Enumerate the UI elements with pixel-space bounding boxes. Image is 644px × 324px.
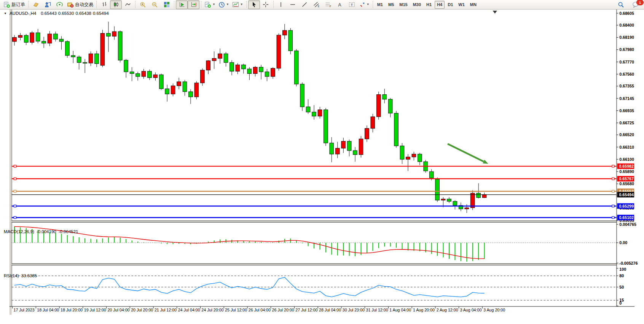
svg-text:100: 100 (619, 267, 626, 272)
channel-button[interactable]: E (311, 0, 322, 9)
svg-text:3 Aug 04:00: 3 Aug 04:00 (460, 308, 481, 312)
hline-price-label: 0.65299 (619, 204, 634, 208)
svg-text:80: 80 (619, 273, 624, 278)
svg-text:0.67560: 0.67560 (619, 72, 634, 76)
svg-text:26 Jul 04:00: 26 Jul 04:00 (249, 308, 271, 312)
signal-icon (56, 2, 63, 8)
candlestick-icon (113, 2, 119, 8)
autotrade-button-label: 自动交易 (75, 2, 93, 8)
svg-text:3 Aug 20:00: 3 Aug 20:00 (483, 308, 505, 312)
timeframe-button-m30[interactable]: M30 (411, 1, 423, 9)
line-chart-button[interactable] (122, 0, 134, 9)
fibonacci-button[interactable]: F (322, 0, 334, 9)
gold-tag-icon (33, 2, 39, 8)
macd-value: -0.004190 (37, 229, 56, 234)
indicators-button[interactable]: ▼ (203, 0, 217, 9)
ohlc-low: 0.65438 (75, 11, 91, 16)
macd-signal-value: -0.004521 (59, 229, 78, 234)
zoom-in-button[interactable] (137, 0, 149, 9)
svg-text:0.67980: 0.67980 (619, 47, 634, 52)
timeframe-button-h4[interactable]: H4 (435, 1, 445, 9)
tile-windows-button[interactable] (161, 0, 172, 9)
chevron-down-icon[interactable]: ▼ (367, 3, 370, 6)
svg-text:0.66100: 0.66100 (619, 157, 634, 162)
svg-text:0: 0 (619, 301, 622, 305)
chevron-down-icon[interactable]: ▼ (212, 3, 215, 6)
candlestick-button[interactable] (110, 0, 122, 9)
bar-chart-button[interactable] (98, 0, 110, 9)
ohlc-high: 0.65530 (58, 11, 74, 16)
zoom-out-icon (151, 2, 158, 8)
svg-text:0.68190: 0.68190 (619, 35, 634, 40)
search-button[interactable] (615, 0, 627, 9)
horizontal-line-icon (290, 2, 296, 8)
trendline-button[interactable] (299, 0, 311, 9)
ohlc-open: 0.65443 (41, 11, 57, 16)
svg-text:0.65890: 0.65890 (619, 169, 634, 174)
autotrade-icon (67, 2, 74, 8)
svg-text:T: T (351, 3, 353, 7)
timeframe-button-h1[interactable]: H1 (424, 1, 434, 9)
indicators-icon (204, 2, 211, 8)
macd-indicator-label: MACD(12,26,9) -0.004190 -0.004521 (4, 229, 78, 234)
chart-title: ▼ AUDUSD-,H4 0.65443 0.65530 0.65438 0.6… (4, 11, 109, 16)
collapse-triangle-icon[interactable]: ▼ (4, 12, 7, 15)
notifications-button[interactable]: 1 (630, 0, 642, 9)
rsi-title: RSI(14) (4, 273, 19, 278)
svg-text:20 Jul 04:00: 20 Jul 04:00 (107, 308, 129, 312)
crosshair-icon (263, 2, 269, 8)
zoom-in-icon (140, 2, 146, 8)
clock-icon (218, 2, 225, 8)
cursor-button[interactable] (248, 0, 260, 9)
periods-button[interactable]: ▼ (217, 0, 231, 9)
new-order-icon (3, 2, 10, 8)
svg-text:31 Jul 12:00: 31 Jul 12:00 (366, 308, 388, 312)
toolbar-buttons: 新订单自动交易▼▼▼EFAT▼M1M5M15M30H1H4D1W1MN (2, 0, 479, 9)
ohlc-close: 0.65494 (93, 11, 109, 16)
hline-price-label: 0.65102 (619, 215, 634, 220)
svg-text:0.66935: 0.66935 (619, 108, 634, 113)
crosshair-button[interactable] (260, 0, 272, 9)
chart-canvas[interactable]: 0.686050.684000.681900.679800.677700.675… (0, 10, 644, 324)
svg-text:50: 50 (619, 285, 624, 289)
macd-title: MACD(12,26,9) (4, 229, 34, 234)
person-chart-icon (45, 2, 51, 8)
signals-button[interactable] (54, 0, 65, 9)
svg-text:24 Jul 20:00: 24 Jul 20:00 (201, 308, 223, 312)
svg-text:0.66310: 0.66310 (619, 145, 634, 149)
timeframe-button-m1[interactable]: M1 (375, 1, 385, 9)
autoscroll-button[interactable] (176, 0, 188, 9)
svg-text:18 Jul 04:00: 18 Jul 04:00 (37, 308, 59, 312)
chart-shift-button[interactable] (188, 0, 199, 9)
autotrade-button[interactable]: 自动交易 (65, 0, 95, 9)
timeframe-button-w1[interactable]: W1 (456, 1, 467, 9)
svg-text:0.68605: 0.68605 (619, 11, 634, 16)
label-button[interactable]: T (346, 0, 358, 9)
svg-text:0.67770: 0.67770 (619, 60, 634, 64)
chevron-down-icon[interactable]: ▼ (240, 3, 243, 6)
window-left-edge (10, 10, 12, 315)
zoom-out-button[interactable] (149, 0, 161, 9)
timeframe-button-d1[interactable]: D1 (445, 1, 455, 9)
timeframe-button-m15[interactable]: M15 (397, 1, 410, 9)
timeframe-button-m5[interactable]: M5 (386, 1, 396, 9)
arrows-button[interactable]: ▼ (358, 0, 371, 9)
new-order-button[interactable]: 新订单 (2, 0, 27, 9)
tile-windows-icon (164, 2, 170, 8)
templates-button[interactable]: ▼ (231, 0, 245, 9)
vertical-line-button[interactable] (275, 0, 287, 9)
vertical-line-icon (278, 2, 284, 8)
svg-text:0.68400: 0.68400 (619, 23, 634, 27)
text-button[interactable]: A (334, 0, 346, 9)
market-watch-button[interactable] (30, 0, 42, 9)
bar-chart-icon (101, 2, 107, 8)
hline-price-label: 0.65982 (619, 164, 634, 168)
profile-button[interactable] (42, 0, 54, 9)
time-axis[interactable]: 17 Jul 202318 Jul 04:0018 Jul 20:0019 Ju… (13, 307, 505, 312)
toolbar-separator (174, 1, 174, 8)
cursor-icon (251, 2, 257, 8)
horizontal-line-button[interactable] (287, 0, 299, 9)
timeframe-button-mn[interactable]: MN (468, 1, 479, 9)
chevron-down-icon[interactable]: ▼ (226, 3, 229, 6)
new-order-button-label: 新订单 (11, 2, 25, 8)
